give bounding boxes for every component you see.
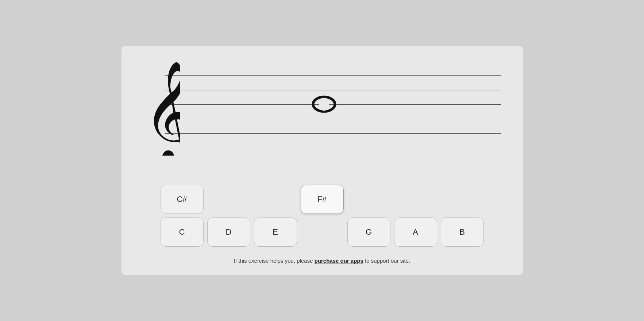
b-button[interactable]: B <box>441 218 484 247</box>
c-button[interactable]: C <box>161 218 204 247</box>
button-grid: C# F# C D E G A B <box>158 185 486 247</box>
a-button[interactable]: A <box>394 218 437 247</box>
purchase-link[interactable]: purchase our apps <box>315 258 363 264</box>
c-sharp-button[interactable]: C# <box>161 185 204 214</box>
d-button[interactable]: D <box>207 218 250 247</box>
whole-note <box>311 90 337 119</box>
staff-line-5 <box>165 133 501 134</box>
footer-text-before: If this exercise helps you, please <box>234 258 315 264</box>
staff-line-1 <box>165 75 501 76</box>
svg-text:𝄞: 𝄞 <box>143 62 180 156</box>
e-button[interactable]: E <box>254 218 297 247</box>
sharp-button-row: C# F# <box>158 185 486 214</box>
empty-button-3 <box>347 185 390 214</box>
footer-text: If this exercise helps you, please purch… <box>234 258 410 264</box>
main-container: 𝄞 C# F# C D E G A <box>122 46 523 275</box>
staff-area: 𝄞 <box>136 54 508 170</box>
svg-point-2 <box>319 98 329 111</box>
g-button[interactable]: G <box>347 218 390 247</box>
empty-button-6 <box>301 218 344 247</box>
empty-button-4 <box>394 185 437 214</box>
natural-button-row: C D E G A B <box>158 218 486 247</box>
empty-button-2 <box>254 185 297 214</box>
empty-button-5 <box>441 185 484 214</box>
empty-button-1 <box>207 185 250 214</box>
treble-clef-symbol: 𝄞 <box>143 54 180 168</box>
footer-text-after: to support our site. <box>363 258 410 264</box>
f-sharp-button[interactable]: F# <box>301 185 344 214</box>
